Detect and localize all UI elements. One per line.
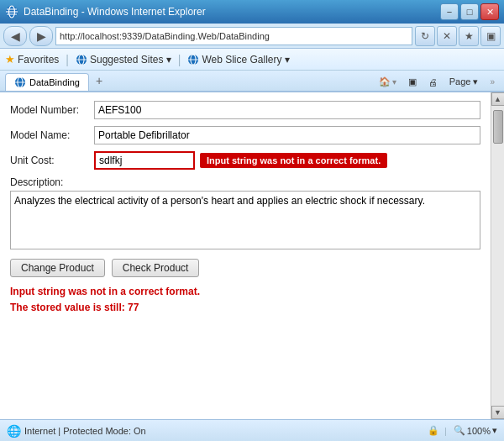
status-security: 🔒 | <box>428 425 447 436</box>
web-slice-gallery-label: Web Slice Gallery ▾ <box>202 54 289 66</box>
status-zoom[interactable]: 🔍 100% ▾ <box>454 425 497 436</box>
scroll-thumb[interactable] <box>493 110 503 144</box>
extra-options-button[interactable]: » <box>486 76 499 87</box>
tab-ie-icon <box>14 76 26 88</box>
close-button[interactable]: ✕ <box>480 3 499 20</box>
status-sep-1: | <box>444 426 447 436</box>
suggested-sites-label: Suggested Sites ▾ <box>90 54 171 66</box>
check-product-button[interactable]: Check Product <box>112 259 200 277</box>
unit-cost-error-tooltip: Input string was not in a correct format… <box>200 153 387 168</box>
suggested-sites-button[interactable]: Suggested Sites ▾ <box>76 54 171 66</box>
minimize-button[interactable]: − <box>440 3 459 20</box>
globe-icon: 🌐 <box>7 424 21 438</box>
status-zone: 🌐 Internet | Protected Mode: On <box>7 424 421 438</box>
model-number-row: Model Number: <box>10 101 480 119</box>
address-input[interactable] <box>55 27 412 45</box>
zoom-icon: 🔍 <box>454 425 465 436</box>
scroll-down-button[interactable]: ▼ <box>491 406 505 419</box>
page-menu-button[interactable]: Page ▾ <box>445 76 483 88</box>
ie-small-icon <box>76 54 87 66</box>
button-row: Change Product Check Product <box>10 259 480 277</box>
zoom-level: 100% <box>467 426 491 436</box>
scrollbar: ▲ ▼ <box>491 92 504 419</box>
description-textarea[interactable]: Analyzes the electrical activity of a pe… <box>10 191 480 249</box>
error-messages: Input string was not in a correct format… <box>10 284 480 316</box>
scroll-track[interactable] <box>492 106 504 406</box>
unit-cost-label: Unit Cost: <box>10 155 94 166</box>
favorites-label: Favorites <box>18 54 59 66</box>
model-name-label: Model Name: <box>10 129 94 141</box>
model-number-label: Model Number: <box>10 104 94 116</box>
databinding-tab[interactable]: DataBinding <box>5 73 89 91</box>
home-button[interactable]: 🏠 ▾ <box>375 76 401 88</box>
unit-cost-row: Unit Cost: Input string was not in a cor… <box>10 151 480 170</box>
model-name-row: Model Name: <box>10 126 480 144</box>
model-number-input[interactable] <box>94 101 480 119</box>
status-bar: 🌐 Internet | Protected Mode: On 🔒 | 🔍 10… <box>0 419 504 441</box>
window-controls: − □ ✕ <box>440 3 499 20</box>
tab-bar: DataBinding + 🏠 ▾ ▣ 🖨 Page ▾ » <box>0 71 504 92</box>
home-dropdown-icon: ▾ <box>392 77 396 87</box>
description-label: Description: <box>10 176 480 188</box>
error-line-1: Input string was not in a correct format… <box>10 284 480 300</box>
print-toolbar-button[interactable]: 🖨 <box>424 76 442 88</box>
change-product-button[interactable]: Change Product <box>10 259 105 277</box>
title-bar: DataBinding - Windows Internet Explorer … <box>0 0 504 24</box>
unit-cost-input[interactable] <box>94 151 195 170</box>
rss-toolbar-button[interactable]: ▣ <box>404 76 421 88</box>
rss-icon: ▣ <box>408 76 417 87</box>
favorites-bar: ★ Favorites | Suggested Sites ▾ | Web Sl… <box>0 49 504 71</box>
forward-button[interactable]: ▶ <box>29 26 53 46</box>
favorites-icon-btn[interactable]: ★ <box>459 26 479 46</box>
zoom-dropdown-icon: ▾ <box>492 425 497 436</box>
security-lock-icon: 🔒 <box>428 425 439 436</box>
fav-separator-2: | <box>178 53 181 66</box>
print-icon: 🖨 <box>428 77 438 87</box>
address-bar-actions: ↻ ✕ ★ ▣ <box>415 26 501 46</box>
tab-label: DataBinding <box>29 77 80 87</box>
favorites-button[interactable]: ★ Favorites <box>5 53 59 66</box>
address-bar: ◀ ▶ ↻ ✕ ★ ▣ <box>0 24 504 49</box>
error-line-2: The stored value is still: 77 <box>10 300 480 316</box>
status-zone-text: Internet | Protected Mode: On <box>24 426 146 436</box>
maximize-button[interactable]: □ <box>460 3 479 20</box>
extra-chevron-icon: » <box>490 77 495 87</box>
model-name-input[interactable] <box>94 126 480 144</box>
fav-separator-1: | <box>66 53 69 66</box>
home-icon: 🏠 <box>379 76 391 87</box>
content-wrapper: Model Number: Model Name: Unit Cost: Inp… <box>0 92 504 419</box>
back-button[interactable]: ◀ <box>3 26 27 46</box>
page-label: Page ▾ <box>449 76 479 87</box>
window-title: DataBinding - Windows Internet Explorer <box>24 6 440 18</box>
web-slice-gallery-button[interactable]: Web Slice Gallery ▾ <box>187 54 289 66</box>
rss-button[interactable]: ▣ <box>480 26 501 46</box>
tab-toolbar: 🏠 ▾ ▣ 🖨 Page ▾ » <box>109 76 499 91</box>
scroll-up-button[interactable]: ▲ <box>491 92 505 106</box>
favorites-star-icon: ★ <box>5 53 15 66</box>
new-tab-button[interactable]: + <box>89 71 109 91</box>
ie-icon <box>5 5 18 18</box>
description-row: Description: Analyzes the electrical act… <box>10 176 480 252</box>
ie-small-icon-2 <box>187 54 199 66</box>
main-content: Model Number: Model Name: Unit Cost: Inp… <box>0 92 491 419</box>
stop-button[interactable]: ✕ <box>437 26 457 46</box>
refresh-button[interactable]: ↻ <box>415 26 435 46</box>
